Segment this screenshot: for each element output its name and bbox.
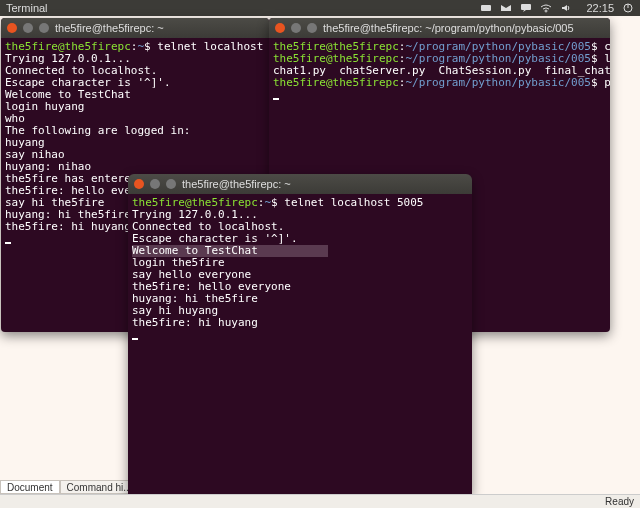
svg-rect-0	[481, 5, 491, 11]
desktop: CommandHandler ChatSession Document Comm…	[0, 16, 640, 508]
tab-command-history[interactable]: Command hi...	[60, 480, 139, 494]
minimize-icon[interactable]	[291, 23, 301, 33]
chat-icon[interactable]	[520, 2, 532, 14]
software-updates-icon[interactable]	[480, 2, 492, 14]
terminal-the5fire-titlebar[interactable]: the5fire@the5firepc: ~	[128, 174, 472, 194]
minimize-icon[interactable]	[23, 23, 33, 33]
terminal-server-body[interactable]: the5fire@the5firepc:~/program/python/pyb…	[269, 38, 610, 107]
minimize-icon[interactable]	[150, 179, 160, 189]
close-icon[interactable]	[275, 23, 285, 33]
mail-icon[interactable]	[500, 2, 512, 14]
maximize-icon[interactable]	[166, 179, 176, 189]
terminal-the5fire-title: the5fire@the5firepc: ~	[182, 178, 291, 190]
svg-rect-1	[521, 4, 531, 10]
clock[interactable]: 22:15	[586, 2, 614, 14]
maximize-icon[interactable]	[39, 23, 49, 33]
close-icon[interactable]	[7, 23, 17, 33]
status-text: Ready	[605, 496, 634, 507]
terminal-huyang-titlebar[interactable]: the5fire@the5firepc: ~	[1, 18, 269, 38]
terminal-the5fire[interactable]: the5fire@the5firepc: ~ the5fire@the5fire…	[128, 174, 472, 494]
system-tray[interactable]: 22:15	[480, 2, 634, 14]
volume-icon[interactable]	[560, 2, 572, 14]
terminal-server-title: the5fire@the5firepc: ~/program/python/py…	[323, 22, 574, 34]
terminal-server-titlebar[interactable]: the5fire@the5firepc: ~/program/python/py…	[269, 18, 610, 38]
shutdown-icon[interactable]	[622, 2, 634, 14]
terminal-huyang-title: the5fire@the5firepc: ~	[55, 22, 164, 34]
background-tabbar: Document Command hi...	[0, 480, 139, 494]
status-bar: Ready	[0, 494, 640, 508]
network-icon[interactable]	[540, 2, 552, 14]
window-title: Terminal	[6, 2, 48, 14]
close-icon[interactable]	[134, 179, 144, 189]
menubar[interactable]: Terminal 22:15	[0, 0, 640, 16]
terminal-the5fire-body[interactable]: the5fire@the5firepc:~$ telnet localhost …	[128, 194, 472, 347]
maximize-icon[interactable]	[307, 23, 317, 33]
tab-document[interactable]: Document	[0, 480, 60, 494]
